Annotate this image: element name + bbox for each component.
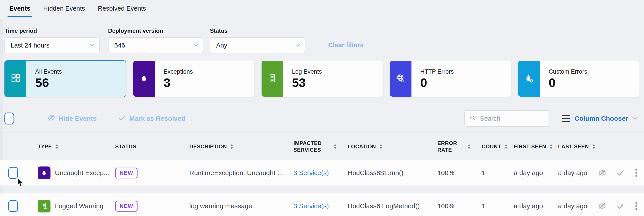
mark-resolved-label: Mark as Resolved	[129, 115, 185, 122]
table-row: Uncaught Excep... NEW RuntimeException: …	[0, 160, 644, 186]
card-custom-errors[interactable]: Custom Errors 0	[518, 60, 640, 97]
globe-warning-icon	[396, 73, 406, 84]
deployment-version-select[interactable]: 646	[108, 37, 203, 53]
column-label: ERROR RATE	[438, 140, 458, 153]
status-badge: NEW	[115, 168, 138, 178]
chevron-down-icon	[194, 44, 198, 47]
impacted-services-link[interactable]: 3 Service(s)	[294, 169, 329, 177]
eye-slash-icon	[598, 202, 606, 210]
resolve-event-button[interactable]	[616, 202, 624, 210]
last-seen-value: a day ago	[554, 202, 598, 210]
select-all-checkbox[interactable]	[4, 113, 14, 124]
resolve-event-button[interactable]	[616, 169, 624, 177]
row-checkbox[interactable]	[8, 200, 18, 212]
column-label: LAST SEEN	[558, 144, 589, 150]
impacted-services-link[interactable]: 3 Service(s)	[294, 202, 329, 210]
event-type-label: Logged Warning	[55, 202, 104, 210]
status-label: Status	[210, 27, 305, 34]
check-icon	[616, 169, 624, 177]
tab-bar: Events Hidden Events Resolved Events	[0, 0, 644, 17]
tab-events[interactable]: Events	[9, 0, 30, 17]
card-label: Exceptions	[164, 68, 193, 75]
column-chooser-button[interactable]: Column Chooser	[562, 115, 637, 122]
deployment-version-value: 646	[114, 42, 125, 49]
time-period-value: Last 24 hours	[11, 42, 50, 49]
card-exceptions[interactable]: Exceptions 3	[133, 60, 255, 97]
search-box	[464, 110, 549, 127]
column-header-last-seen[interactable]: LAST SEEN ▲▼	[554, 144, 598, 150]
filters-bar: Time period Last 24 hours Deployment ver…	[0, 27, 644, 53]
card-value: 53	[292, 76, 322, 89]
sort-icon: ▲▼	[333, 144, 337, 150]
last-seen-value: a day ago	[554, 169, 598, 177]
sort-icon: ▲▼	[230, 144, 234, 150]
hide-events-button[interactable]: Hide Events	[47, 114, 97, 124]
tab-resolved-events[interactable]: Resolved Events	[98, 0, 146, 17]
column-header-count[interactable]: COUNT ▲▼	[477, 144, 509, 150]
kebab-menu-icon[interactable]	[635, 169, 638, 177]
column-header-first-seen[interactable]: FIRST SEEN ▲▼	[509, 144, 554, 150]
hamburger-icon	[562, 115, 570, 122]
card-label: All Events	[35, 68, 62, 75]
log-warning-icon	[38, 200, 50, 213]
event-type-label: Uncaught Excep...	[55, 169, 109, 177]
flame-icon	[139, 74, 148, 84]
chevron-down-icon	[632, 117, 637, 120]
card-value: 56	[35, 76, 62, 89]
error-rate-value: 100%	[433, 202, 477, 210]
count-value: 1	[477, 169, 509, 177]
error-rate-value: 100%	[433, 169, 477, 177]
clear-filters-link[interactable]: Clear filters	[328, 41, 364, 49]
chevron-down-icon	[296, 44, 300, 47]
card-value: 0	[548, 76, 587, 89]
time-period-filter: Time period Last 24 hours	[4, 27, 100, 53]
card-log-events[interactable]: Log Events 53	[261, 60, 383, 97]
status-badge: NEW	[115, 201, 138, 212]
column-label: IMPACTED SERVICES	[294, 140, 327, 153]
status-select[interactable]: Any	[210, 37, 305, 53]
column-header-description[interactable]: DESCRIPTION ▲▼	[185, 144, 289, 150]
card-value: 3	[164, 76, 193, 89]
search-input[interactable]	[480, 115, 544, 122]
flame-gear-icon	[524, 73, 534, 84]
tab-hidden-events[interactable]: Hidden Events	[43, 0, 85, 17]
hide-event-button[interactable]	[598, 169, 606, 177]
first-seen-value: a day ago	[509, 169, 554, 177]
column-chooser-label: Column Chooser	[574, 115, 628, 122]
card-label: HTTP Errors	[420, 68, 454, 75]
status-filter: Status Any	[210, 27, 305, 53]
sort-icon: ▲▼	[379, 144, 383, 150]
sort-icon: ▲▼	[504, 144, 508, 150]
kebab-menu-icon[interactable]	[635, 202, 638, 211]
card-value: 0	[420, 76, 454, 89]
mark-resolved-button[interactable]: Mark as Resolved	[118, 114, 185, 123]
column-header-type[interactable]: TYPE ▲▼	[33, 144, 111, 150]
grid-icon	[11, 73, 21, 84]
column-header-status: STATUS	[111, 144, 185, 150]
first-seen-value: a day ago	[509, 202, 554, 210]
toolbar-divider	[29, 107, 29, 130]
row-checkbox[interactable]	[8, 167, 18, 179]
event-location: HodClass8$1.run()	[343, 169, 433, 177]
log-document-icon	[268, 73, 277, 84]
time-period-select[interactable]: Last 24 hours	[4, 37, 100, 53]
sort-icon: ▲▼	[467, 144, 471, 150]
column-label: LOCATION	[348, 144, 376, 150]
summary-cards: All Events 56 Exceptions 3 Log Events 53	[0, 60, 644, 97]
column-label: FIRST SEEN	[514, 144, 546, 150]
event-description: log warning message	[185, 202, 289, 210]
column-header-error-rate[interactable]: ERROR RATE ▲▼	[433, 140, 477, 153]
hide-event-button[interactable]	[598, 202, 606, 210]
card-http-errors[interactable]: HTTP Errors 0	[390, 60, 511, 97]
chevron-down-icon	[90, 44, 94, 47]
column-header-impacted-services[interactable]: IMPACTED SERVICES ▲▼	[289, 140, 343, 153]
column-label: DESCRIPTION	[189, 144, 227, 150]
sort-icon: ▲▼	[592, 144, 596, 150]
card-all-events[interactable]: All Events 56	[4, 60, 126, 97]
left-scrollbar[interactable]	[0, 19, 3, 216]
column-header-location[interactable]: LOCATION ▲▼	[343, 144, 433, 150]
event-location: HodClass6.LogMethod()	[343, 202, 433, 210]
sort-icon: ▲▼	[549, 144, 553, 150]
sort-icon: ▲▼	[55, 144, 59, 150]
eye-slash-icon	[47, 114, 55, 124]
